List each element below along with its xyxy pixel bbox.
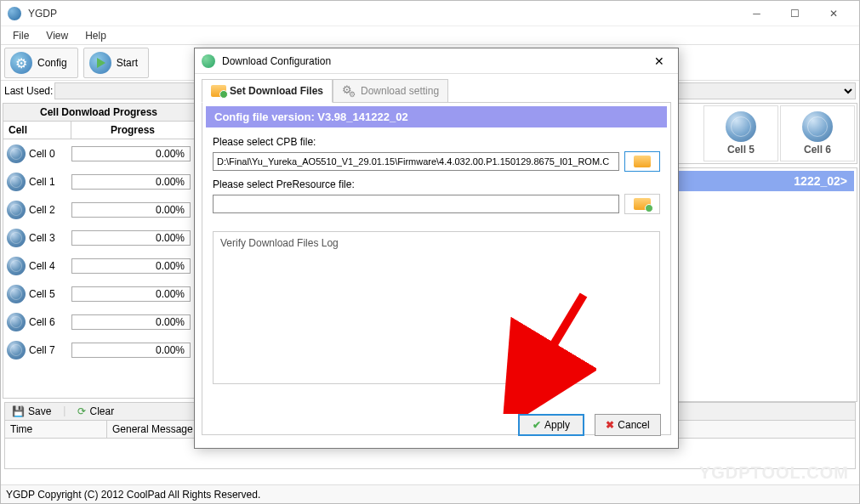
menubar: File View Help [1, 26, 859, 45]
progress-panel: Cell Donwload Progress Cell Progress Cel… [3, 103, 195, 399]
preresource-path-input[interactable] [213, 195, 619, 213]
verify-log-box: Verify Download Files Log [213, 231, 660, 384]
globe-icon [7, 201, 26, 219]
start-button[interactable]: Start [83, 48, 149, 78]
preresource-label: Please select PreResource file: [213, 178, 660, 190]
config-button[interactable]: Config [4, 48, 78, 78]
app-title: YGDP [28, 8, 738, 20]
dialog-titlebar: Download Configuration ✕ [195, 48, 678, 74]
cancel-icon: ✖ [606, 419, 614, 431]
globe-icon [7, 341, 26, 360]
menu-view[interactable]: View [37, 28, 77, 43]
progress-row: Cell 10.00% [3, 167, 194, 195]
globe-icon [7, 229, 26, 247]
globe-icon [7, 144, 26, 163]
globe-icon [7, 257, 26, 275]
progress-row: Cell 00.00% [3, 139, 194, 167]
globe-icon [7, 313, 26, 331]
cpb-path-input[interactable] [213, 152, 619, 171]
globe-icon [7, 173, 26, 191]
gears-icon [342, 83, 357, 99]
gear-icon [10, 52, 32, 74]
col-cell: Cell [3, 122, 71, 139]
folder-icon [634, 156, 651, 167]
dialog-close-button[interactable]: ✕ [647, 50, 671, 72]
menu-file[interactable]: File [4, 28, 37, 43]
progress-row: Cell 70.00% [3, 336, 194, 364]
globe-icon [802, 111, 833, 142]
folder-add-icon [634, 198, 651, 210]
progress-row: Cell 30.00% [3, 224, 194, 252]
folder-add-icon [211, 85, 226, 97]
progress-row: Cell 40.00% [3, 252, 194, 280]
cpb-label: Please select CPB file: [213, 136, 660, 148]
statusbar: YGDP Copyright (C) 2012 CoolPad All Righ… [1, 484, 859, 503]
cancel-button[interactable]: ✖Cancel [595, 414, 661, 436]
cell-5-button[interactable]: Cell 5 [703, 105, 778, 161]
watermark: YGDPTOOL.COM [699, 463, 849, 483]
refresh-icon: ⟳ [77, 405, 86, 417]
col-progress: Progress [71, 122, 194, 139]
minimize-button[interactable]: ─ [738, 2, 776, 25]
save-log-button[interactable]: 💾Save [7, 405, 56, 418]
tab-set-download-files[interactable]: Set Download Files [202, 79, 333, 103]
globe-icon [7, 285, 26, 303]
download-config-dialog: Download Configuration ✕ Set Download Fi… [194, 48, 679, 449]
globe-icon [726, 111, 756, 142]
main-window: YGDP ─ ☐ ✕ File View Help Config Start L… [0, 0, 860, 504]
progress-header: Cell Donwload Progress [3, 104, 194, 122]
save-icon: 💾 [12, 405, 25, 417]
tab-download-setting[interactable]: Download setting [333, 79, 448, 103]
clear-log-button[interactable]: ⟳Clear [72, 405, 119, 418]
config-version-banner: Config file version: V3.98_141222_02 [206, 106, 667, 127]
browse-preresource-button[interactable] [624, 194, 660, 214]
check-icon: ✔ [533, 419, 541, 431]
close-button[interactable]: ✕ [814, 2, 852, 25]
play-icon [89, 52, 111, 74]
progress-row: Cell 60.00% [3, 308, 194, 336]
dialog-icon [202, 54, 215, 68]
apply-button[interactable]: ✔Apply [518, 414, 584, 436]
progress-row: Cell 20.00% [3, 195, 194, 224]
cell-6-button[interactable]: Cell 6 [780, 105, 855, 161]
titlebar: YGDP ─ ☐ ✕ [1, 1, 859, 26]
maximize-button[interactable]: ☐ [776, 2, 814, 25]
app-icon [8, 7, 21, 20]
menu-help[interactable]: Help [77, 28, 115, 43]
dialog-title: Download Configuration [222, 55, 647, 67]
progress-row: Cell 50.00% [3, 280, 194, 308]
start-label: Start [117, 57, 138, 69]
config-label: Config [37, 57, 67, 69]
log-col-time: Time [5, 421, 107, 438]
last-used-label: Last Used: [4, 85, 53, 97]
browse-cpb-button[interactable] [624, 151, 660, 172]
